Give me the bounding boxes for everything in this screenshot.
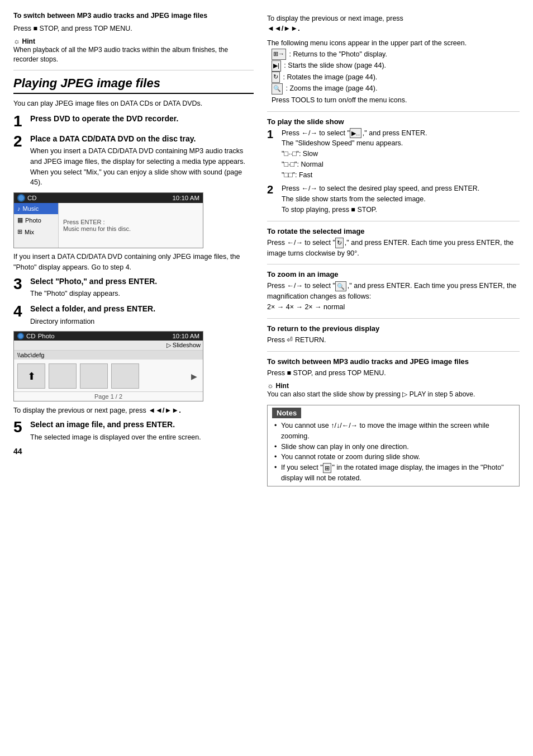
step-4-title: Select a folder, and press ENTER. (30, 304, 254, 315)
slideshow-speed-icon: ▶‥ (350, 128, 361, 139)
divider-right-2 (267, 221, 520, 221)
fast-indicator: □□ (284, 171, 292, 179)
slide-step-1-content: Press ←/→ to select "▶‥," and press ENTE… (282, 128, 520, 181)
step-3-intro: If you insert a DATA CD/DATA DVD contain… (13, 252, 254, 273)
notes-icon-box: ⊞ (323, 463, 331, 474)
hint-icon-right: ☼ (267, 381, 274, 390)
cd-label-2: CD (26, 333, 36, 339)
zoom-select-icon: 🔍 (335, 281, 346, 292)
hint-title-top: Hint (22, 37, 35, 45)
step-4-content: Select a folder, and press ENTER. Direct… (30, 304, 254, 327)
normal-label: Normal (301, 160, 323, 168)
main-heading: Playing JPEG image files (13, 76, 254, 94)
slideshow-icon: ▶| (272, 60, 281, 72)
step-2-content: Place a DATA CD/DATA DVD on the disc tra… (30, 134, 254, 188)
hint-title-right: Hint (276, 382, 289, 390)
divider-right-5 (267, 351, 520, 352)
step-2-title: Place a DATA CD/DATA DVD on the disc tra… (30, 134, 254, 145)
screen-header-1: CD 10:10 AM (14, 193, 203, 203)
icon-item-photo: ⊞→ : Returns to the "Photo" display. (272, 49, 520, 60)
step-2-num: 2 (13, 134, 26, 149)
disc-circle (17, 194, 25, 202)
screen-time-1: 10:10 AM (172, 195, 199, 201)
step-5-body: The selected image is displayed over the… (30, 432, 254, 443)
slide-step-2-num: 2 (267, 183, 277, 196)
step-3-content: Select "Photo," and press ENTER. The "Ph… (30, 276, 254, 299)
step-4-label: Directory information (30, 316, 254, 327)
return-text: Press ⏎ RETURN. (267, 335, 520, 346)
icon-rotate-text: : Rotates the image (page 44). (283, 73, 377, 81)
menu-icons-section: The following menu icons appear in the u… (267, 38, 520, 106)
screen-header-2: CD Photo 10:10 AM (14, 332, 203, 341)
step-3-num: 3 (13, 276, 26, 292)
icon-zoom-text: : Zooms the image (page 44). (285, 84, 377, 92)
note-1: You cannot use ↑/↓/←/→ to move the image… (272, 420, 515, 442)
step-3-title: Select "Photo," and press ENTER. (30, 276, 254, 287)
thumbnail-1 (49, 363, 77, 389)
slide-step-2: 2 Press ←/→ to select the desired play s… (267, 183, 520, 215)
slide-show-title: To play the slide show (267, 117, 520, 126)
step-1-num: 1 (13, 114, 26, 129)
switch-section-right: To switch between MP3 audio tracks and J… (267, 357, 520, 400)
step-2-body: When you insert a DATA CD/DATA DVD conta… (30, 146, 254, 188)
thumbnail-3 (111, 363, 139, 389)
icon-item-rotate: ↻ : Rotates the image (page 44). (272, 72, 520, 83)
screen-toolbar-2: ▷ Slideshow (14, 341, 203, 351)
photo-title-2: Photo (38, 333, 55, 339)
return-section: To return to the previous display Press … (267, 324, 520, 346)
return-title: To return to the previous display (267, 324, 520, 333)
step-4-post: To display the previous or next page, pr… (13, 405, 254, 416)
note-4: If you select "⊞" in the rotated image d… (272, 462, 515, 484)
hint-block-right: ☼ Hint You can also start the slide show… (267, 381, 520, 399)
music-label: Music (23, 205, 39, 212)
left-column: To switch between MP3 audio tracks and J… (13, 11, 254, 486)
step-4-post-text: To display the previous or next page, pr… (13, 407, 146, 414)
hint-icon-top: ☼ (13, 37, 20, 45)
divider-right-3 (267, 264, 520, 264)
step-3-body: The "Photo" display appears. (30, 289, 254, 299)
sidebar-music: ♪ Music (14, 203, 58, 214)
menu-icons-list: ⊞→ : Returns to the "Photo" display. ▶| … (272, 49, 520, 106)
zoom-section: To zoom in an image Press ←/→ to select … (267, 270, 520, 312)
step-1-title: Press DVD to operate the DVD recorder. (30, 114, 254, 125)
step-5: 5 Select an image file, and press ENTER.… (13, 419, 254, 442)
screen-sidebar-1: ♪ Music ▦ Photo ⊞ Mix (14, 203, 59, 248)
note-2: Slide show can play in only one directio… (272, 442, 515, 452)
top-section-title: To switch between MP3 audio tracks and J… (13, 11, 254, 21)
screen-time-2: 10:10 AM (172, 333, 199, 339)
screen-body-1: ♪ Music ▦ Photo ⊞ Mix Press ENTER : Musi… (14, 203, 203, 248)
step-4-num: 4 (13, 304, 26, 319)
thumbnail-folder: ⬆ (17, 363, 45, 389)
step-4-nav: ◄◄/►►. (148, 406, 181, 414)
slow-indicator: □··□ (284, 150, 296, 158)
slide-step-1-num: 1 (267, 128, 277, 141)
step-5-content: Select an image file, and press ENTER. T… (30, 419, 254, 442)
menu-icons-intro: The following menu icons appear in the u… (267, 38, 520, 49)
page-number: 44 (13, 447, 254, 456)
screen-sub-text: Music menu for this disc. (63, 225, 198, 232)
rotate-title: To rotate the selected image (267, 227, 520, 235)
photo-icon: ▦ (17, 216, 23, 224)
slide-step-1: 1 Press ←/→ to select "▶‥," and press EN… (267, 128, 520, 181)
step-5-num: 5 (13, 419, 26, 435)
step-1: 1 Press DVD to operate the DVD recorder. (13, 114, 254, 129)
hint-text-top: When playback of all the MP3 audio track… (13, 45, 254, 64)
icon-item-zoom: 🔍 : Zooms the image (page 44). (272, 83, 520, 94)
notes-title: Notes (272, 408, 301, 418)
icon-photo-text: : Returns to the "Photo" display. (289, 50, 387, 58)
right-column: To display the previous or next image, p… (267, 11, 520, 486)
notes-section: Notes You cannot use ↑/↓/←/→ to move the… (267, 405, 520, 486)
rotate-select-icon: ↻ (335, 238, 344, 248)
intro-text: You can play JPEG image files on DATA CD… (13, 98, 254, 109)
top-section-text: Press ■ STOP, and press TOP MENU. (13, 23, 254, 34)
display-prev-next-text: To display the previous or next image, p… (267, 13, 520, 24)
step-3: 3 Select "Photo," and press ENTER. The "… (13, 276, 254, 299)
divider-1 (13, 70, 254, 70)
step-1-content: Press DVD to operate the DVD recorder. (30, 114, 254, 125)
photo-label: Photo (25, 217, 41, 224)
disc-cd-label: CD (27, 195, 37, 201)
switch-title-right: To switch between MP3 audio tracks and J… (267, 357, 520, 366)
screen-box-1: CD 10:10 AM ♪ Music ▦ Photo ⊞ Mix (13, 192, 203, 248)
photo-return-icon: ⊞→ (272, 49, 286, 60)
normal-indicator: □·□ (284, 160, 294, 168)
